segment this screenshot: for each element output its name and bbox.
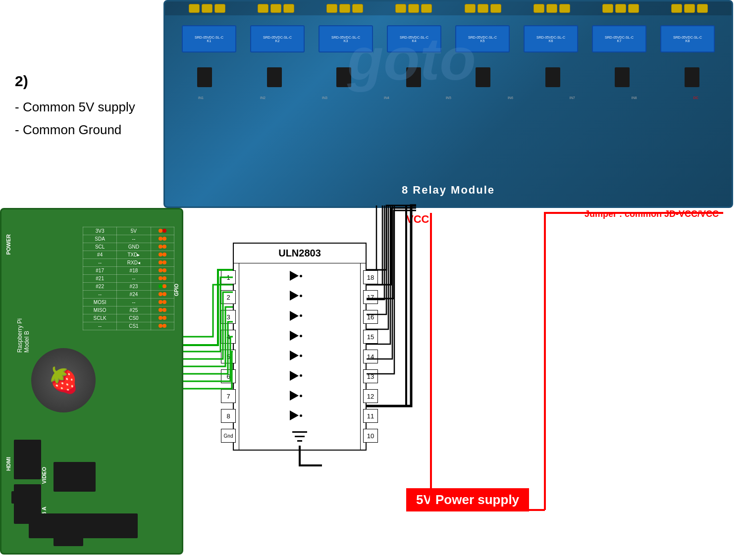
transistor-7 bbox=[615, 67, 630, 87]
uln-out-1 bbox=[367, 205, 376, 270]
left-pins: 1 2 3 4 5 6 7 8 Gnd bbox=[234, 263, 239, 450]
uln-pins: 1 2 3 4 5 6 7 8 Gnd bbox=[234, 263, 366, 450]
transistor-4 bbox=[406, 67, 421, 87]
terminal bbox=[628, 4, 639, 13]
gpio-table: 3V35V SDA-- SCLGND #4TXD▸ --RXD◂ #17#18 … bbox=[83, 227, 174, 330]
terminal bbox=[490, 4, 501, 13]
buffer-8 bbox=[290, 409, 310, 421]
terminal bbox=[283, 4, 294, 13]
relay-block-8: SRD-05VDC-SL-CK8 bbox=[660, 25, 715, 52]
relay-to-uln-1 bbox=[367, 205, 376, 270]
terminal bbox=[533, 4, 544, 13]
terminal bbox=[326, 4, 337, 13]
buffer-6 bbox=[290, 370, 310, 382]
pin-10: 10 bbox=[363, 429, 378, 443]
power-supply-label: 5V Power supply bbox=[406, 488, 529, 511]
terminal bbox=[339, 4, 350, 13]
relay-block-4: SRD-05VDC-SL-CK4 bbox=[387, 25, 441, 52]
rpi-hdmi-label: HDMI bbox=[5, 457, 11, 471]
pin-9: Gnd bbox=[221, 429, 236, 443]
pin-17: 17 bbox=[363, 290, 378, 304]
terminal bbox=[352, 4, 363, 13]
terminal bbox=[684, 4, 695, 13]
relay-block-3: SRD-05VDC-SL-CK3 bbox=[319, 25, 373, 52]
bullet-item-1: - Common 5V supply bbox=[15, 97, 135, 118]
buffer-1 bbox=[290, 270, 310, 282]
ground-symbol bbox=[292, 430, 307, 443]
terminal bbox=[478, 4, 488, 13]
pin-1: 1 bbox=[221, 270, 236, 284]
terminal bbox=[408, 4, 419, 13]
relay-block-1: SRD-05VDC-SL-CK1 bbox=[182, 25, 236, 52]
rpi-logo-symbol: 🍓 bbox=[48, 366, 79, 395]
rpi-gpio-label: GPIO bbox=[174, 284, 179, 296]
transistor-2 bbox=[267, 67, 282, 87]
relay-block-5: SRD-05VDC-SL-CK5 bbox=[455, 25, 510, 52]
pin-15: 15 bbox=[363, 330, 378, 344]
pi-video-connector bbox=[53, 462, 96, 492]
relay-blocks-row: SRD-05VDC-SL-CK1 SRD-05VDC-SL-CK2 SRD-05… bbox=[165, 20, 732, 57]
rpi-model-text: Raspberry PiModel B bbox=[16, 318, 30, 353]
uln-buffer-area bbox=[239, 263, 361, 450]
pin-8: 8 bbox=[221, 409, 236, 423]
uln2803-chip: ULN2803 1 2 3 4 5 6 7 8 Gnd bbox=[233, 243, 367, 451]
bullet-item-2: - Common Ground bbox=[15, 120, 135, 141]
uln-out-8 bbox=[367, 205, 394, 374]
pin-4: 4 bbox=[221, 330, 236, 344]
buffer-4 bbox=[290, 330, 310, 342]
relay-module-label: 8 Relay Module bbox=[402, 184, 495, 197]
terminal bbox=[602, 4, 613, 13]
vcc-label: VCC bbox=[406, 213, 429, 226]
rpi-logo: 🍓 bbox=[31, 348, 96, 412]
terminal bbox=[202, 4, 213, 13]
relay-block-7: SRD-05VDC-SL-CK7 bbox=[592, 25, 646, 52]
pin-18: 18 bbox=[363, 270, 378, 284]
terminal bbox=[546, 4, 557, 13]
terminal bbox=[559, 4, 570, 13]
relay-block-2: SRD-05VDC-SL-CK2 bbox=[250, 25, 305, 52]
terminal bbox=[465, 4, 476, 13]
uln-out-3 bbox=[367, 205, 384, 300]
pin-12: 12 bbox=[363, 389, 378, 403]
buffer-3 bbox=[290, 310, 310, 322]
terminal bbox=[258, 4, 268, 13]
transistor-6 bbox=[545, 67, 560, 87]
terminal bbox=[214, 4, 225, 13]
transistor-8 bbox=[685, 67, 699, 87]
rpi-video-label: VIDEO bbox=[41, 467, 47, 484]
terminal bbox=[421, 4, 432, 13]
relay-module: SRD-05VDC-SL-CK1 SRD-05VDC-SL-CK2 SRD-05… bbox=[163, 0, 733, 208]
right-pins: 18 17 16 15 14 13 12 11 10 bbox=[361, 263, 366, 450]
relay-top-terminals bbox=[165, 1, 732, 15]
pin-3: 3 bbox=[221, 310, 236, 324]
buffer-2 bbox=[290, 290, 310, 302]
gpio-pin-table: 3V35V SDA-- SCLGND #4TXD▸ --RXD◂ #17#18 … bbox=[83, 227, 174, 330]
pin-6: 6 bbox=[221, 369, 236, 383]
pin-14: 14 bbox=[363, 350, 378, 363]
rpi-power-label: POWER bbox=[5, 234, 11, 255]
left-text-area: 2) - Common 5V supply - Common Ground bbox=[15, 69, 135, 142]
pin-16: 16 bbox=[363, 310, 378, 324]
pin-13: 13 bbox=[363, 369, 378, 383]
pi-usb-port bbox=[29, 513, 138, 538]
pin-2: 2 bbox=[221, 290, 236, 304]
terminal bbox=[615, 4, 626, 13]
pin-5: 5 bbox=[221, 350, 236, 363]
pin-7: 7 bbox=[221, 389, 236, 403]
pi-hdmi-port bbox=[14, 440, 41, 479]
terminal bbox=[395, 4, 406, 13]
uln-chip-title: ULN2803 bbox=[234, 244, 366, 263]
terminal bbox=[697, 4, 708, 13]
transistor-3 bbox=[336, 67, 351, 87]
raspberry-pi-board: POWER 🍓 Raspberry PiModel B HDMI VIDEO A… bbox=[0, 208, 183, 555]
pi-chip-2 bbox=[29, 491, 41, 504]
pi-chip-1 bbox=[11, 491, 24, 504]
relay-block-6: SRD-05VDC-SL-CK6 bbox=[524, 25, 578, 52]
terminal bbox=[189, 4, 200, 13]
transistor-row bbox=[165, 65, 732, 90]
buffer-5 bbox=[290, 350, 310, 361]
step-number: 2) bbox=[15, 69, 135, 93]
transistor-1 bbox=[197, 67, 212, 87]
buffer-7 bbox=[290, 390, 310, 402]
pin-11: 11 bbox=[363, 409, 378, 423]
